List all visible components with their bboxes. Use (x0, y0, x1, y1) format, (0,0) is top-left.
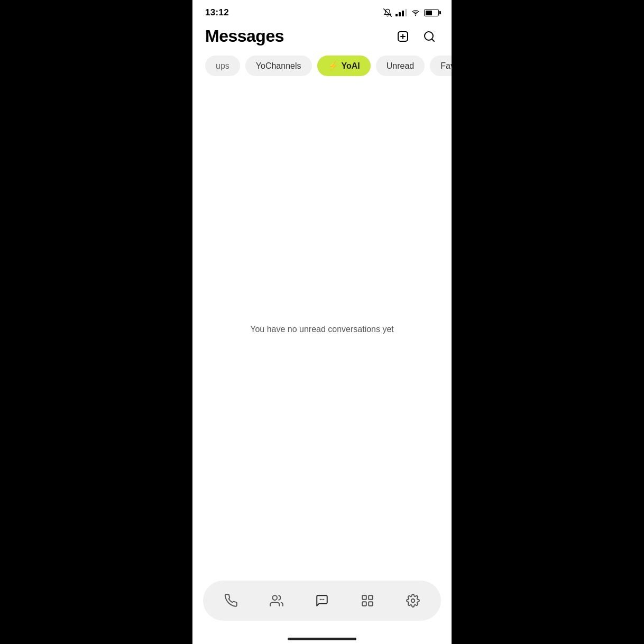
svg-rect-12 (369, 595, 373, 600)
empty-state-text: You have no unread conversations yet (250, 323, 394, 336)
svg-rect-13 (362, 602, 366, 606)
search-icon (423, 30, 436, 43)
main-content: You have no unread conversations yet (192, 85, 452, 574)
status-bar: 13:12 (192, 0, 452, 22)
home-indicator (192, 633, 452, 644)
svg-point-8 (320, 599, 321, 600)
apps-icon (361, 594, 374, 608)
nav-messages[interactable] (309, 588, 335, 613)
nav-apps[interactable] (355, 588, 380, 613)
svg-line-6 (432, 39, 434, 41)
nav-bar (203, 581, 441, 621)
status-time: 13:12 (205, 7, 229, 18)
wifi-icon (411, 9, 420, 16)
messages-icon (315, 594, 329, 608)
tab-groups-label: ups (216, 61, 229, 71)
tab-unread-label: Unread (387, 61, 414, 71)
svg-point-10 (323, 599, 324, 600)
bell-muted-icon (383, 8, 392, 17)
svg-point-9 (321, 599, 323, 600)
home-bar (288, 638, 356, 640)
tab-yochannels[interactable]: YoChannels (245, 56, 312, 76)
tab-yoai[interactable]: ⚡ YoAI (317, 56, 371, 76)
filter-tabs: ups YoChannels ⚡ YoAI Unread Favorites (192, 52, 452, 85)
svg-line-0 (384, 9, 392, 17)
tab-favorites-label: Favorites (440, 61, 452, 71)
tab-favorites[interactable]: Favorites (430, 56, 452, 76)
svg-point-1 (415, 15, 416, 15)
header-actions (393, 27, 439, 46)
nav-settings[interactable] (400, 588, 426, 613)
add-icon (397, 30, 409, 43)
status-icons (383, 8, 439, 17)
lightning-icon: ⚡ (328, 61, 338, 71)
battery-icon (424, 9, 439, 16)
search-button[interactable] (420, 27, 439, 46)
svg-rect-11 (362, 595, 366, 600)
nav-calls[interactable] (218, 588, 244, 613)
settings-icon (406, 594, 420, 608)
add-button[interactable] (393, 27, 412, 46)
page-title: Messages (205, 26, 284, 46)
tab-yoai-label: YoAI (342, 61, 360, 71)
nav-contacts[interactable] (264, 588, 289, 613)
svg-point-7 (272, 595, 277, 600)
header: Messages (192, 22, 452, 52)
phone-icon (224, 594, 238, 608)
tab-unread[interactable]: Unread (376, 56, 425, 76)
bottom-nav (192, 574, 452, 633)
tab-groups[interactable]: ups (205, 56, 240, 76)
contacts-icon (270, 594, 283, 608)
svg-point-15 (411, 599, 415, 603)
phone-frame: 13:12 (192, 0, 452, 644)
tab-yochannels-label: YoChannels (256, 61, 301, 71)
svg-rect-14 (369, 602, 373, 606)
signal-icon (395, 9, 407, 16)
